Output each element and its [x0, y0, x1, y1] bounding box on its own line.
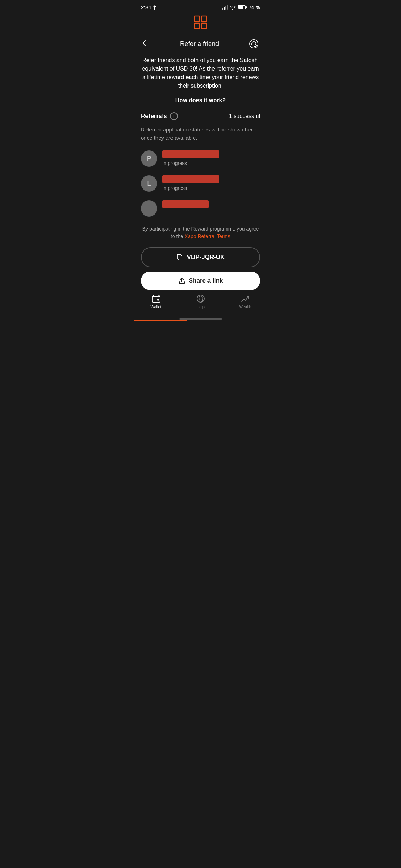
battery-percent: 74 [249, 5, 254, 10]
referral-info-2: In progress [162, 175, 260, 191]
help-button[interactable] [247, 37, 260, 50]
page-header: Refer a friend [134, 35, 267, 56]
location-icon [153, 5, 156, 10]
name-redacted-bar-1 [162, 150, 219, 158]
time-display: 2:31 [141, 4, 151, 10]
nav-help-label: Help [196, 305, 205, 309]
share-link-text: Share a link [189, 277, 223, 284]
back-button[interactable] [141, 38, 151, 50]
copy-icon [176, 254, 184, 261]
svg-rect-2 [194, 23, 200, 29]
xapo-logo [191, 13, 210, 32]
name-redacted-bar-2 [162, 175, 219, 183]
svg-point-7 [254, 46, 255, 47]
nav-wallet[interactable]: Wallet [134, 294, 178, 309]
referral-status-2: In progress [162, 185, 260, 191]
svg-rect-3 [201, 23, 207, 29]
svg-rect-0 [194, 16, 200, 21]
svg-point-15 [201, 301, 201, 302]
referral-item: L In progress [141, 175, 260, 192]
svg-rect-11 [157, 299, 159, 300]
status-time: 2:31 [141, 4, 156, 10]
headset-icon [249, 39, 259, 49]
referrals-title: Referrals [141, 113, 167, 120]
status-bar: 2:31 74% [134, 0, 267, 12]
referral-code-text: VBP-JQR-UK [187, 254, 225, 261]
nav-wealth-label: Wealth [239, 305, 251, 309]
avatar-p: P [141, 150, 157, 167]
name-redacted-bar-3 [162, 200, 209, 208]
logo-area [134, 12, 267, 35]
status-icons: 74% [222, 5, 260, 10]
referral-code-button[interactable]: VBP-JQR-UK [141, 247, 260, 267]
wifi-icon [230, 5, 236, 10]
nav-wallet-label: Wallet [150, 305, 161, 309]
referral-item: P In progress [141, 150, 260, 167]
nav-help[interactable]: Help [178, 294, 223, 309]
wealth-icon [241, 294, 250, 303]
how-it-works-link[interactable]: How does it work? [175, 97, 226, 103]
how-it-works-section: How does it work? [141, 97, 260, 104]
share-icon [178, 277, 185, 284]
referrals-header: Referrals i 1 successful [141, 112, 260, 120]
back-arrow-icon [142, 40, 150, 46]
svg-rect-1 [201, 16, 207, 21]
page-title: Refer a friend [180, 40, 219, 48]
help-nav-icon [196, 294, 205, 303]
status-note: Referred application statuses will be sh… [141, 126, 260, 142]
avatar-partial [141, 200, 157, 217]
terms-link[interactable]: Xapo Referral Terms [185, 233, 230, 239]
referral-info-1: In progress [162, 150, 260, 166]
progress-bar [134, 320, 187, 321]
referral-info-3 [162, 200, 260, 210]
svg-rect-5 [251, 43, 252, 45]
referrals-label: Referrals i [141, 112, 178, 120]
wallet-icon [151, 294, 161, 303]
info-icon[interactable]: i [170, 112, 178, 120]
referral-item [141, 200, 260, 217]
bottom-navigation: Wallet Help Wealth [134, 290, 267, 316]
signal-icon [222, 5, 228, 10]
svg-point-4 [250, 40, 258, 48]
nav-wealth[interactable]: Wealth [223, 294, 267, 309]
main-content: Refer friends and both of you earn the S… [134, 56, 267, 290]
referrals-count: 1 successful [229, 113, 260, 119]
svg-rect-13 [199, 298, 200, 300]
home-indicator-bar [179, 318, 222, 320]
avatar-l: L [141, 175, 157, 192]
share-link-button[interactable]: Share a link [141, 272, 260, 290]
terms-text: By participating in the Reward programme… [141, 225, 260, 240]
svg-rect-9 [177, 254, 181, 259]
referral-status-1: In progress [162, 160, 260, 166]
battery-icon [238, 5, 247, 9]
description-text: Refer friends and both of you earn the S… [141, 56, 260, 90]
